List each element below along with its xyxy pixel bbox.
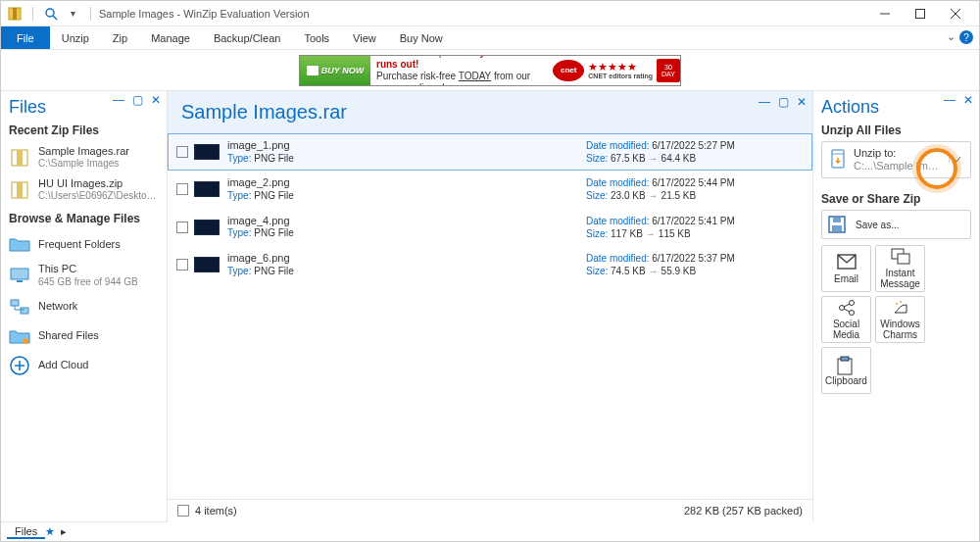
svg-point-26	[849, 301, 854, 306]
file-thumbnail	[194, 144, 220, 160]
separator	[90, 7, 91, 21]
file-size: Size: 67.5 KB→64.4 KB	[586, 152, 696, 165]
recent-zip-item[interactable]: HU UI Images.zipC:\Users\E0696Z\Desktop.…	[9, 173, 159, 206]
file-row[interactable]: image_6.pngType: PNG File Date modified:…	[168, 246, 812, 283]
browse-item-add-cloud[interactable]: Add Cloud	[9, 351, 159, 380]
window-title: Sample Images - WinZip Evaluation Versio…	[99, 8, 310, 20]
ribbon-collapse-icon[interactable]: ⌄	[947, 30, 956, 43]
menu-buy-now[interactable]: Buy Now	[388, 26, 455, 49]
ad-banner[interactable]: BUY NOW Activate WinZip before your tria…	[299, 55, 681, 86]
svg-rect-24	[898, 254, 909, 264]
menu-tools[interactable]: Tools	[292, 26, 341, 49]
menu-file[interactable]: File	[1, 26, 50, 49]
tab-more-icon[interactable]: ▸	[55, 525, 73, 538]
tab-favorites-icon[interactable]: ★	[45, 525, 55, 538]
unzip-to-label: Unzip to:	[854, 147, 943, 160]
browse-item-folder-share[interactable]: Shared Files	[9, 321, 159, 351]
svg-rect-13	[17, 280, 23, 282]
app-icon	[7, 6, 23, 22]
file-list[interactable]: image_1.pngType: PNG File Date modified:…	[168, 133, 812, 499]
im-button[interactable]: Instant Message	[875, 245, 925, 292]
im-icon	[891, 248, 910, 266]
svg-rect-31	[841, 357, 849, 361]
close-button[interactable]	[938, 1, 973, 26]
menu-zip[interactable]: Zip	[101, 26, 139, 49]
action-label: Social Media	[822, 319, 870, 340]
menu-backup-clean[interactable]: Backup/Clean	[202, 26, 293, 49]
minimize-button[interactable]	[867, 1, 903, 26]
svg-point-28	[896, 303, 898, 305]
action-label: Windows Charms	[876, 319, 924, 340]
file-name: image_6.png	[227, 252, 294, 266]
minimize-pane-icon[interactable]: —	[944, 93, 956, 107]
buy-now-badge: BUY NOW	[300, 56, 370, 85]
email-button[interactable]: Email	[821, 245, 871, 292]
browse-name: Add Cloud	[38, 359, 88, 371]
file-row[interactable]: image_4.pngType: PNG File Date modified:…	[168, 209, 812, 246]
unzip-to-path: C:...\Sample Images	[854, 160, 943, 172]
browse-name: This PC	[38, 263, 138, 275]
action-label: Email	[834, 273, 858, 284]
file-size: Size: 23.0 KB→21.5 KB	[586, 189, 696, 202]
pc-icon	[9, 265, 30, 286]
restore-pane-icon[interactable]: ▢	[778, 95, 789, 109]
action-label: Clipboard	[825, 375, 867, 386]
cnet-icon: cnet	[553, 60, 584, 81]
close-pane-icon[interactable]: ✕	[797, 95, 807, 109]
archive-view: — ▢ ✕ Sample Images.rar image_1.pngType:…	[168, 91, 812, 521]
close-pane-icon[interactable]: ✕	[963, 93, 973, 107]
qat-dropdown-icon[interactable]: ▾	[65, 6, 80, 22]
file-checkbox[interactable]	[176, 222, 188, 233]
social-icon	[837, 299, 857, 317]
file-row[interactable]: image_2.pngType: PNG File Date modified:…	[168, 171, 812, 208]
browse-name: Frequent Folders	[38, 238, 121, 251]
svg-line-3	[53, 16, 57, 20]
svg-rect-15	[21, 308, 28, 314]
svg-point-2	[46, 9, 54, 17]
recent-path: C:\Users\E0696Z\Desktop...	[38, 190, 159, 202]
search-icon[interactable]	[43, 6, 59, 22]
select-all-checkbox[interactable]	[177, 505, 189, 517]
browse-item-folder-star[interactable]: Frequent Folders	[9, 229, 159, 259]
recent-zip-header: Recent Zip Files	[9, 123, 159, 137]
svg-point-16	[23, 338, 28, 344]
browse-item-network[interactable]: Network	[9, 292, 159, 321]
minimize-pane-icon[interactable]: —	[759, 95, 770, 109]
browse-name: Network	[38, 300, 77, 313]
tab-files[interactable]: Files	[7, 525, 45, 539]
bottom-tabs: Files ★ ▸	[1, 521, 168, 541]
menu-view[interactable]: View	[341, 26, 388, 49]
titlebar: ▾ Sample Images - WinZip Evaluation Vers…	[1, 1, 979, 26]
close-pane-icon[interactable]: ✕	[151, 93, 161, 107]
svg-rect-9	[17, 150, 23, 166]
restore-pane-icon[interactable]: ▢	[132, 93, 143, 107]
file-checkbox[interactable]	[176, 259, 188, 271]
action-label: Instant Message	[876, 268, 924, 289]
file-checkbox[interactable]	[176, 183, 188, 195]
unzip-to-button[interactable]: Unzip to: C:...\Sample Images	[821, 141, 971, 178]
recent-zip-item[interactable]: Sample Images.rarC:\Sample Images	[9, 141, 159, 173]
charms-button[interactable]: Windows Charms	[875, 296, 925, 343]
svg-rect-20	[832, 225, 842, 231]
browse-item-pc[interactable]: This PC645 GB free of 944 GB	[9, 259, 159, 291]
file-size: Size: 117 KB→115 KB	[586, 227, 691, 240]
maximize-button[interactable]	[903, 1, 938, 26]
clipboard-button[interactable]: Clipboard	[821, 347, 871, 394]
menu-unzip[interactable]: Unzip	[50, 26, 101, 49]
file-checkbox[interactable]	[176, 146, 188, 158]
social-button[interactable]: Social Media	[821, 296, 871, 343]
recent-name: Sample Images.rar	[38, 145, 129, 158]
file-date: Date modified: 6/17/2022 5:37 PM	[586, 252, 735, 265]
save-as-button[interactable]: Save as...	[821, 210, 971, 239]
charms-icon	[891, 299, 910, 317]
file-date: Date modified: 6/17/2022 5:27 PM	[586, 139, 735, 152]
svg-point-29	[900, 301, 902, 303]
help-icon[interactable]: ?	[959, 30, 973, 44]
menu-manage[interactable]: Manage	[139, 26, 202, 49]
file-row[interactable]: image_1.pngType: PNG File Date modified:…	[168, 133, 812, 171]
unzip-dropdown-button[interactable]	[949, 157, 964, 163]
file-name: image_4.png	[227, 215, 294, 228]
file-thumbnail	[194, 181, 220, 197]
svg-rect-11	[17, 182, 23, 198]
minimize-pane-icon[interactable]: —	[113, 93, 124, 107]
